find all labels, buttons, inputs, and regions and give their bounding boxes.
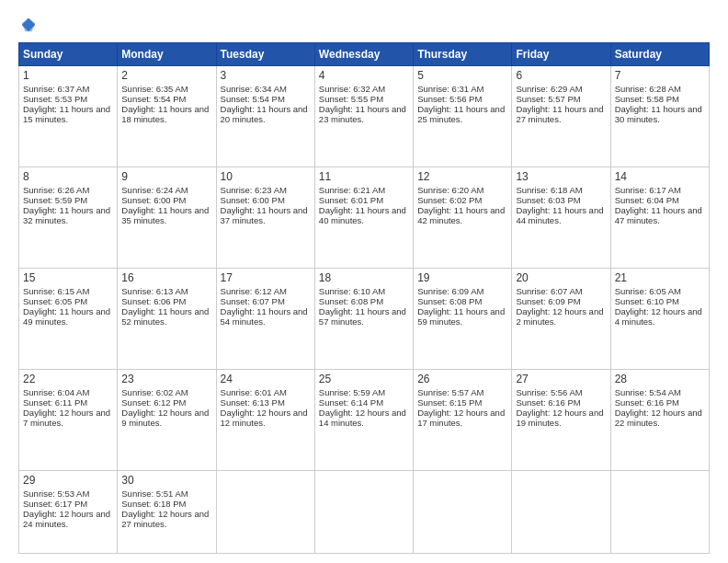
daylight: Daylight: 12 hours and 19 minutes.: [516, 408, 603, 428]
calendar-cell: 26Sunrise: 5:57 AMSunset: 6:15 PMDayligh…: [414, 369, 512, 470]
calendar-cell: 6Sunrise: 6:29 AMSunset: 5:57 PMDaylight…: [512, 66, 610, 167]
sunrise: Sunrise: 6:32 AM: [319, 84, 385, 94]
sunset: Sunset: 6:05 PM: [23, 296, 87, 306]
sunrise: Sunrise: 6:13 AM: [121, 286, 188, 296]
day-number: 13: [516, 170, 606, 183]
day-header: Monday: [118, 43, 216, 66]
sunrise: Sunrise: 6:20 AM: [417, 185, 483, 195]
sunset: Sunset: 6:15 PM: [417, 397, 482, 408]
sunrise: Sunrise: 6:31 AM: [417, 84, 483, 94]
day-number: 7: [615, 69, 705, 82]
daylight: Daylight: 11 hours and 25 minutes.: [417, 104, 505, 124]
calendar-cell: 25Sunrise: 5:59 AMSunset: 6:14 PMDayligh…: [314, 369, 413, 470]
calendar-cell: [216, 470, 314, 554]
day-header: Tuesday: [216, 43, 314, 66]
sunset: Sunset: 6:17 PM: [23, 499, 87, 509]
day-header: Sunday: [19, 43, 118, 66]
day-number: 30: [121, 474, 211, 487]
sunset: Sunset: 5:53 PM: [23, 94, 87, 104]
calendar-cell: 28Sunrise: 5:54 AMSunset: 6:16 PMDayligh…: [610, 369, 709, 470]
day-header: Friday: [512, 43, 610, 66]
calendar-cell: [314, 470, 413, 554]
sunset: Sunset: 6:07 PM: [221, 296, 285, 306]
week-row: 1Sunrise: 6:37 AMSunset: 5:53 PMDaylight…: [19, 66, 710, 167]
sunrise: Sunrise: 6:26 AM: [23, 185, 89, 195]
calendar-cell: 4Sunrise: 6:32 AMSunset: 5:55 PMDaylight…: [314, 66, 413, 167]
day-header: Thursday: [414, 43, 512, 66]
sunrise: Sunrise: 5:51 AM: [121, 488, 188, 499]
sunset: Sunset: 6:18 PM: [121, 499, 186, 509]
sunrise: Sunrise: 6:28 AM: [615, 84, 681, 94]
sunrise: Sunrise: 6:01 AM: [221, 387, 287, 397]
sunset: Sunset: 6:11 PM: [23, 397, 87, 408]
day-number: 26: [417, 373, 507, 385]
header: [18, 17, 710, 33]
daylight: Daylight: 11 hours and 49 minutes.: [23, 306, 110, 327]
day-number: 22: [23, 373, 113, 385]
day-number: 28: [615, 373, 705, 385]
sunrise: Sunrise: 6:17 AM: [615, 185, 681, 195]
daylight: Daylight: 11 hours and 30 minutes.: [615, 104, 702, 124]
daylight: Daylight: 12 hours and 27 minutes.: [121, 509, 209, 529]
sunset: Sunset: 5:54 PM: [121, 94, 186, 104]
daylight: Daylight: 11 hours and 23 minutes.: [319, 104, 406, 124]
sunset: Sunset: 6:10 PM: [615, 296, 679, 306]
daylight: Daylight: 11 hours and 52 minutes.: [121, 306, 209, 327]
day-number: 15: [23, 271, 113, 284]
daylight: Daylight: 11 hours and 54 minutes.: [221, 306, 308, 327]
calendar-cell: 24Sunrise: 6:01 AMSunset: 6:13 PMDayligh…: [216, 369, 314, 470]
daylight: Daylight: 11 hours and 35 minutes.: [121, 205, 209, 225]
sunrise: Sunrise: 5:57 AM: [417, 387, 483, 397]
sunrise: Sunrise: 6:05 AM: [615, 286, 681, 296]
day-number: 16: [121, 271, 211, 284]
sunset: Sunset: 6:06 PM: [121, 296, 186, 306]
sunset: Sunset: 6:01 PM: [319, 195, 383, 205]
sunrise: Sunrise: 6:07 AM: [516, 286, 582, 296]
day-number: 27: [516, 373, 606, 385]
day-header: Wednesday: [314, 43, 413, 66]
day-number: 10: [221, 170, 311, 183]
logo-icon: [20, 17, 37, 33]
calendar-cell: [610, 470, 709, 554]
calendar-cell: 2Sunrise: 6:35 AMSunset: 5:54 PMDaylight…: [118, 66, 216, 167]
daylight: Daylight: 12 hours and 17 minutes.: [417, 408, 505, 428]
sunrise: Sunrise: 6:12 AM: [221, 286, 287, 296]
day-number: 23: [121, 373, 211, 385]
daylight: Daylight: 11 hours and 20 minutes.: [221, 104, 308, 124]
sunrise: Sunrise: 6:37 AM: [23, 84, 89, 94]
sunrise: Sunrise: 6:29 AM: [516, 84, 582, 94]
sunset: Sunset: 6:14 PM: [319, 397, 383, 408]
day-number: 18: [319, 271, 409, 284]
day-number: 12: [417, 170, 507, 183]
sunrise: Sunrise: 5:54 AM: [615, 387, 681, 397]
day-number: 17: [221, 271, 311, 284]
sunset: Sunset: 6:13 PM: [221, 397, 285, 408]
sunset: Sunset: 6:16 PM: [516, 397, 580, 408]
day-number: 2: [121, 69, 211, 82]
calendar-cell: [414, 470, 512, 554]
header-row: SundayMondayTuesdayWednesdayThursdayFrid…: [19, 43, 710, 66]
day-number: 1: [23, 69, 113, 82]
svg-marker-1: [22, 18, 35, 31]
calendar-cell: 12Sunrise: 6:20 AMSunset: 6:02 PMDayligh…: [414, 167, 512, 268]
sunset: Sunset: 6:02 PM: [417, 195, 482, 205]
sunset: Sunset: 5:55 PM: [319, 94, 383, 104]
calendar-cell: 19Sunrise: 6:09 AMSunset: 6:08 PMDayligh…: [414, 268, 512, 369]
day-number: 11: [319, 170, 409, 183]
daylight: Daylight: 12 hours and 9 minutes.: [121, 408, 209, 428]
calendar-cell: 23Sunrise: 6:02 AMSunset: 6:12 PMDayligh…: [118, 369, 216, 470]
calendar-cell: 20Sunrise: 6:07 AMSunset: 6:09 PMDayligh…: [512, 268, 610, 369]
calendar-cell: 13Sunrise: 6:18 AMSunset: 6:03 PMDayligh…: [512, 167, 610, 268]
daylight: Daylight: 11 hours and 15 minutes.: [23, 104, 110, 124]
day-number: 9: [121, 170, 211, 183]
day-number: 24: [221, 373, 311, 385]
calendar-cell: 14Sunrise: 6:17 AMSunset: 6:04 PMDayligh…: [610, 167, 709, 268]
day-number: 14: [615, 170, 705, 183]
day-number: 29: [23, 474, 113, 487]
daylight: Daylight: 11 hours and 18 minutes.: [121, 104, 209, 124]
day-number: 4: [319, 69, 409, 82]
calendar-cell: 21Sunrise: 6:05 AMSunset: 6:10 PMDayligh…: [610, 268, 709, 369]
sunset: Sunset: 5:59 PM: [23, 195, 87, 205]
calendar-cell: 18Sunrise: 6:10 AMSunset: 6:08 PMDayligh…: [314, 268, 413, 369]
daylight: Daylight: 12 hours and 12 minutes.: [221, 408, 308, 428]
